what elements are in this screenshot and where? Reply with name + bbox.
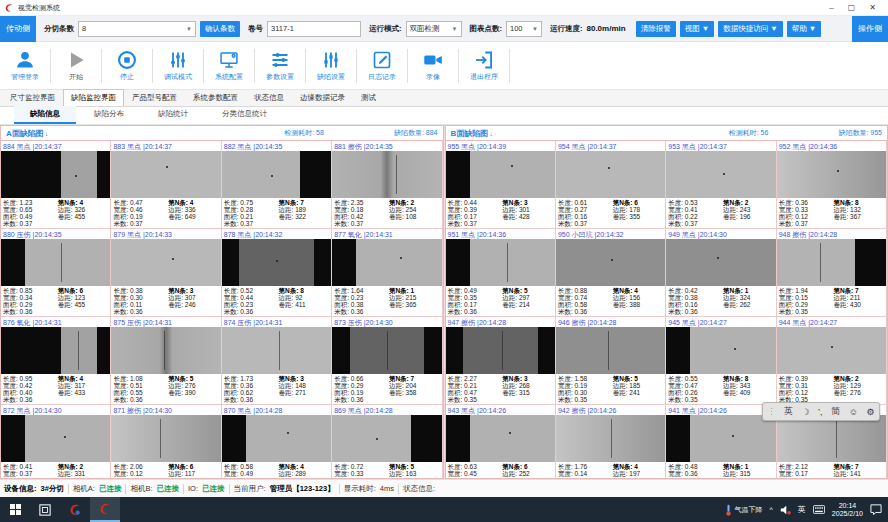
defect-cell[interactable]: 875 压伤 |20:14:31长度: 1.08宽度: 0.51面积: 0.55… <box>111 317 221 405</box>
defect-thumbnail[interactable] <box>1 327 110 374</box>
defect-cell[interactable]: 955 黑点 |20:14:39长度: 0.44宽度: 0.39面积: 0.17… <box>446 141 556 229</box>
defect-thumbnail[interactable] <box>666 151 775 198</box>
defect-cell[interactable]: 949 黑点 |20:14:30长度: 0.42宽度: 0.38面积: 0.16… <box>666 229 776 317</box>
defect-thumbnail[interactable] <box>332 415 441 462</box>
defect-cell[interactable]: 879 黑点 |20:14:33长度: 0.38宽度: 0.30面积: 0.11… <box>111 229 221 317</box>
data-quick-access-menu-button[interactable]: 数据快捷访问 ▼ <box>718 21 783 37</box>
defect-thumbnail[interactable] <box>1 415 110 462</box>
tab-5[interactable]: 边缘数据记录 <box>292 89 353 106</box>
notification-center-icon[interactable] <box>870 504 882 515</box>
defect-cell[interactable]: 954 黑点 |20:14:37长度: 0.61宽度: 0.27面积: 0.16… <box>556 141 666 229</box>
tab-0[interactable]: 尺寸监控界面 <box>2 89 63 106</box>
defect-thumbnail[interactable] <box>222 151 331 198</box>
clear-alarm-button[interactable]: 清除报警 <box>636 21 676 37</box>
gear-icon[interactable]: ⚙ <box>867 407 875 417</box>
operator-side-button[interactable]: 操作侧 <box>852 16 888 42</box>
defect-cell[interactable]: 873 压伤 |20:14:30长度: 0.66宽度: 0.29面积: 0.19… <box>332 317 442 405</box>
defect-cell[interactable]: 876 氧化 |20:14:31长度: 0.95宽度: 0.42面积: 0.40… <box>1 317 111 405</box>
defect-thumbnail[interactable] <box>111 239 220 286</box>
defect-thumbnail[interactable] <box>222 239 331 286</box>
defect-thumbnail[interactable] <box>666 415 775 462</box>
defect-cell[interactable]: 880 压伤 |20:14:35长度: 0.85宽度: 0.34面积: 0.29… <box>1 229 111 317</box>
defect-thumbnail[interactable] <box>556 415 665 462</box>
tab-2[interactable]: 产品型号配置 <box>124 89 185 106</box>
arrow-down-icon[interactable]: ↓ <box>45 130 49 137</box>
defect-cell[interactable]: 945 黑点 |20:14:27长度: 0.55宽度: 0.47面积: 0.26… <box>666 317 776 405</box>
defect-thumbnail[interactable] <box>111 151 220 198</box>
stop-button[interactable]: 停止 <box>104 44 150 88</box>
arrow-down-icon[interactable]: ↓ <box>489 130 493 137</box>
ime-punctuation-mode[interactable]: ’, <box>818 407 823 417</box>
play-button[interactable]: 开始 <box>53 44 99 88</box>
help-menu-button[interactable]: 帮助 ▼ <box>787 21 822 37</box>
taskbar-active-app-icon[interactable] <box>90 497 120 522</box>
defect-thumbnail[interactable] <box>777 239 886 286</box>
confirm-count-button[interactable]: 确认条数 <box>200 21 240 37</box>
defect-cell[interactable]: 883 黑点 |20:14:37长度: 0.47宽度: 0.46面积: 0.19… <box>111 141 221 229</box>
defect-cell[interactable]: 952 黑点 |20:14:36长度: 0.36宽度: 0.33面积: 0.12… <box>777 141 887 229</box>
tab-3[interactable]: 系统参数配置 <box>185 89 246 106</box>
sliders-h-button[interactable]: 参数设置 <box>257 44 303 88</box>
user-button[interactable]: 管理登录 <box>2 44 48 88</box>
ime-simplified-mode[interactable]: 简 <box>831 405 840 418</box>
defect-cell[interactable]: 874 压伤 |20:14:31长度: 1.73宽度: 0.36面积: 0.62… <box>222 317 332 405</box>
defect-thumbnail[interactable] <box>446 327 555 374</box>
defect-thumbnail[interactable] <box>332 151 441 198</box>
defect-cell[interactable]: 941 黑点 |20:14:26长度: 0.48宽度: 0.36面积: 0.17… <box>666 405 776 478</box>
monitor-button[interactable]: 系统配置 <box>206 44 252 88</box>
view-menu-button[interactable]: 视图 ▼ <box>680 21 715 37</box>
tune-button[interactable]: 调试模式 <box>155 44 201 88</box>
tab-4[interactable]: 状态信息 <box>246 89 292 106</box>
volume-icon[interactable] <box>780 505 791 515</box>
chart-points-select[interactable]: 100▼ <box>506 21 542 37</box>
subtab-0[interactable]: 缺陷信息 <box>14 106 76 124</box>
defect-cell[interactable]: 947 擦伤 |20:14:28长度: 2.27宽度: 0.21面积: 0.47… <box>446 317 556 405</box>
taskbar-clock[interactable]: 20:14 2025/2/10 <box>832 502 863 518</box>
defect-thumbnail[interactable] <box>556 151 665 198</box>
maximize-icon[interactable]: ▢ <box>848 3 856 13</box>
moon-icon[interactable]: ☽ <box>801 407 809 417</box>
ime-english-mode[interactable]: 英 <box>784 405 793 418</box>
defect-thumbnail[interactable] <box>777 415 886 462</box>
defect-thumbnail[interactable] <box>446 151 555 198</box>
defect-cell[interactable]: 884 黑点 |20:14:37长度: 1.23宽度: 0.65面积: 0.49… <box>1 141 111 229</box>
subtab-3[interactable]: 分类信息统计 <box>206 106 283 124</box>
defect-cell[interactable]: 869 黑点 |20:14:28长度: 0.72宽度: 0.33面积: 0.24… <box>332 405 442 478</box>
defect-cell[interactable]: 878 黑点 |20:14:32长度: 0.52宽度: 0.44面积: 0.23… <box>222 229 332 317</box>
minimize-icon[interactable]: – <box>829 3 833 13</box>
close-icon[interactable]: ✕ <box>869 3 876 13</box>
defect-thumbnail[interactable] <box>111 327 220 374</box>
defect-thumbnail[interactable] <box>111 415 220 462</box>
defect-cell[interactable]: 950 小凹坑 |20:14:32长度: 0.88宽度: 0.74面积: 0.5… <box>556 229 666 317</box>
defect-cell[interactable]: 953 黑点 |20:14:37长度: 0.53宽度: 0.41面积: 0.22… <box>666 141 776 229</box>
roll-number-input[interactable] <box>267 21 361 37</box>
defect-cell[interactable]: 872 黑点 |20:14:30长度: 0.41宽度: 0.37面积: 0.15… <box>1 405 111 478</box>
defect-thumbnail[interactable] <box>666 327 775 374</box>
subtab-1[interactable]: 缺陷分布 <box>78 106 140 124</box>
defect-cell[interactable]: 951 黑点 |20:14:36长度: 0.49宽度: 0.35面积: 0.17… <box>446 229 556 317</box>
defect-thumbnail[interactable] <box>222 415 331 462</box>
defect-thumbnail[interactable] <box>222 327 331 374</box>
touch-keyboard-icon[interactable] <box>813 505 825 514</box>
defect-thumbnail[interactable] <box>332 239 441 286</box>
defect-cell[interactable]: 942 擦伤 |20:14:26长度: 1.76宽度: 0.14面积: 0.25… <box>556 405 666 478</box>
tab-6[interactable]: 测试 <box>353 89 384 106</box>
defect-cell[interactable]: 877 氧化 |20:14:31长度: 1.64宽度: 0.23面积: 0.38… <box>332 229 442 317</box>
defect-thumbnail[interactable] <box>666 239 775 286</box>
defect-thumbnail[interactable] <box>556 327 665 374</box>
taskbar-ime-indicator[interactable]: 英 <box>798 504 806 515</box>
exit-button[interactable]: 退出程序 <box>461 44 507 88</box>
defect-cell[interactable]: 881 擦伤 |20:14:35长度: 2.35宽度: 0.18面积: 0.42… <box>332 141 442 229</box>
task-view-button[interactable] <box>30 497 60 522</box>
log-button[interactable]: 日志记录 <box>359 44 405 88</box>
defect-thumbnail[interactable] <box>777 151 886 198</box>
tab-1[interactable]: 缺陷监控界面 <box>63 89 124 106</box>
taskbar-app-icon[interactable] <box>60 497 90 522</box>
defect-cell[interactable]: 870 黑点 |20:14:28长度: 0.58宽度: 0.49面积: 0.28… <box>222 405 332 478</box>
run-mode-select[interactable]: 双面检测▼ <box>406 21 462 37</box>
defect-thumbnail[interactable] <box>556 239 665 286</box>
sliders-v-button[interactable]: 缺陷设置 <box>308 44 354 88</box>
defect-thumbnail[interactable] <box>446 415 555 462</box>
defect-thumbnail[interactable] <box>446 239 555 286</box>
defect-cell[interactable]: 948 擦伤 |20:14:28长度: 1.94宽度: 0.15面积: 0.29… <box>777 229 887 317</box>
